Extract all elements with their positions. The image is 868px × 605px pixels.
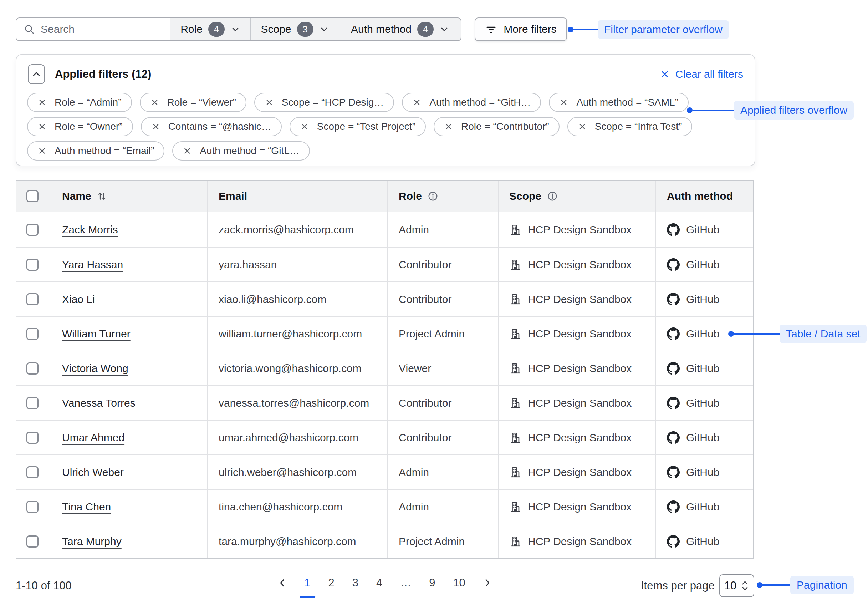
table-row: Zack Morris zack.morris@hashicorp.com Ad…	[16, 212, 753, 247]
role-filter-count-badge: 4	[208, 22, 225, 37]
items-per-page-select[interactable]: 10	[719, 574, 754, 597]
auth-method-filter-dropdown[interactable]: Auth method 4	[339, 18, 461, 40]
user-name-link[interactable]: Ulrich Weber	[62, 466, 124, 478]
email-cell: umar.ahmed@hashicorp.com	[207, 420, 387, 455]
next-page-button[interactable]	[482, 577, 493, 588]
row-checkbox[interactable]	[26, 397, 39, 409]
role-cell: Admin	[387, 212, 498, 247]
row-checkbox[interactable]	[26, 466, 39, 478]
scope-label: HCP Design Sandbox	[528, 224, 632, 236]
callout-dot	[568, 27, 574, 33]
user-name-link[interactable]: Zack Morris	[62, 224, 118, 236]
filter-chip-label: Role = “Owner”	[54, 121, 122, 132]
row-checkbox[interactable]	[26, 328, 39, 340]
scope-label: HCP Design Sandbox	[528, 397, 632, 409]
row-checkbox[interactable]	[26, 501, 39, 513]
page-button[interactable]: 2	[327, 577, 336, 589]
auth-method-label: GitHub	[686, 328, 719, 340]
filter-chip[interactable]: Auth method = “GitH…	[402, 93, 541, 112]
sort-icon[interactable]	[97, 191, 107, 202]
user-name-link[interactable]: William Turner	[62, 328, 130, 340]
user-management-page: { "colors": { "accent": "#1B5CEB", "acce…	[0, 0, 868, 605]
row-checkbox[interactable]	[26, 293, 39, 306]
role-cell: Contributor	[387, 386, 498, 420]
callout-dot	[687, 107, 693, 113]
github-icon	[667, 223, 680, 236]
filter-chip[interactable]: Scope = “Infra Test”	[567, 117, 693, 136]
clear-all-filters-link[interactable]: Clear all filters	[660, 68, 743, 80]
search-icon	[23, 23, 35, 35]
github-icon	[667, 535, 680, 548]
filter-chip[interactable]: Role = “Owner”	[27, 117, 133, 136]
page-button[interactable]: 10	[451, 577, 467, 589]
filter-chip[interactable]: Role = “Admin”	[27, 93, 132, 112]
filter-chip[interactable]: Scope = “HCP Desig…	[254, 93, 394, 112]
filter-chip[interactable]: Auth method = “GitL…	[172, 141, 310, 161]
column-header-name[interactable]: Name	[51, 181, 207, 211]
user-name-link[interactable]: Tara Murphy	[62, 535, 122, 548]
user-name-link[interactable]: Xiao Li	[62, 293, 95, 306]
org-building-icon	[509, 293, 521, 306]
user-name-link[interactable]: Yara Hassan	[62, 259, 123, 271]
previous-page-button[interactable]	[277, 577, 288, 588]
user-name-link[interactable]: Tina Chen	[62, 501, 111, 513]
filter-chip-label: Auth method = “GitH…	[429, 97, 531, 108]
row-checkbox[interactable]	[26, 362, 39, 375]
filter-chip[interactable]: Role = “Viewer”	[140, 93, 246, 112]
more-filters-button[interactable]: More filters	[475, 17, 567, 41]
user-name-link[interactable]: Vanessa Torres	[62, 397, 135, 409]
row-checkbox[interactable]	[26, 535, 39, 548]
github-icon	[667, 431, 680, 444]
row-checkbox[interactable]	[26, 259, 39, 271]
role-cell: Project Admin	[387, 317, 498, 351]
user-name-link[interactable]: Victoria Wong	[62, 362, 129, 375]
callout-line	[574, 29, 598, 30]
callout-dot	[728, 331, 734, 337]
role-cell: Contributor	[387, 420, 498, 455]
callout-pagination: Pagination	[757, 576, 854, 594]
auth-method-cell: GitHub	[656, 490, 753, 524]
page-button[interactable]: 1	[303, 577, 312, 589]
page-button[interactable]: 9	[428, 577, 437, 589]
collapse-panel-button[interactable]	[28, 64, 45, 84]
search-input[interactable]	[41, 23, 163, 35]
table-row: Yara Hassan yara.hassan Contributor HCP …	[16, 247, 753, 281]
auth-method-label: GitHub	[686, 501, 719, 513]
column-header-label: Scope	[509, 190, 541, 202]
auth-method-label: GitHub	[686, 224, 719, 236]
info-icon[interactable]	[428, 191, 438, 202]
applied-filters-title: Applied filters (12)	[55, 68, 151, 81]
scope-cell: HCP Design Sandbox	[498, 524, 656, 558]
select-all-checkbox[interactable]	[26, 190, 39, 202]
scope-label: HCP Design Sandbox	[528, 259, 632, 271]
row-checkbox[interactable]	[26, 432, 39, 444]
table-row: Umar Ahmed umar.ahmed@hashicorp.com Cont…	[16, 420, 753, 455]
callout-applied-filters-overflow: Applied filters overflow	[687, 101, 854, 119]
applied-filters-header: Applied filters (12) Clear all filters	[16, 55, 755, 86]
role-filter-dropdown[interactable]: Role 4	[170, 18, 250, 40]
filter-chip[interactable]: Role = “Contributor”	[434, 117, 560, 136]
row-checkbox[interactable]	[26, 224, 39, 236]
org-building-icon	[509, 224, 521, 236]
email-cell: zack.morris@hashicorp.com	[207, 212, 387, 247]
filter-chip-label: Role = “Contributor”	[461, 121, 549, 132]
email-cell: tina.chen@hashicorp.com	[207, 490, 387, 524]
auth-method-label: GitHub	[686, 432, 719, 444]
github-icon	[667, 397, 680, 410]
email-cell: yara.hassan	[207, 248, 387, 281]
role-cell: Project Admin	[387, 524, 498, 558]
column-header-email: Email	[207, 181, 387, 211]
org-building-icon	[509, 501, 521, 513]
filter-chip[interactable]: Auth method = “Email”	[27, 141, 164, 161]
page-button[interactable]: 3	[351, 577, 360, 589]
scope-cell: HCP Design Sandbox	[498, 455, 656, 489]
scope-filter-dropdown[interactable]: Scope 3	[250, 18, 339, 40]
page-button[interactable]: 4	[375, 577, 384, 589]
info-icon[interactable]	[547, 191, 558, 202]
user-name-link[interactable]: Umar Ahmed	[62, 432, 124, 444]
filter-chip[interactable]: Auth method = “SAML”	[549, 93, 689, 112]
search-box[interactable]	[16, 18, 170, 40]
filter-chip[interactable]: Contains = “@hashic…	[141, 117, 282, 136]
filter-segment-group: Role 4 Scope 3 Auth method 4	[16, 17, 462, 41]
filter-chip[interactable]: Scope = “Test Project”	[290, 117, 426, 136]
